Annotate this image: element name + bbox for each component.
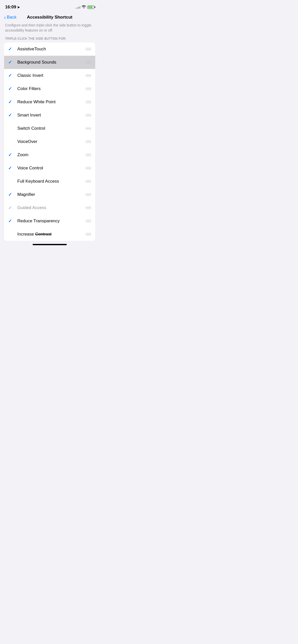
list-item-reduce-white-point[interactable]: ✓Reduce White Point — [4, 95, 95, 109]
item-label-classic-invert: Classic Invert — [17, 73, 84, 78]
list-item-switch-control[interactable]: Switch Control — [4, 122, 95, 135]
item-label-magnifier: Magnifier — [17, 192, 84, 197]
checkmark-color-filters: ✓ — [8, 86, 17, 92]
section-header: TRIPLE-CLICK THE SIDE BUTTON FOR: — [0, 37, 99, 42]
checkmark-reduce-white-point: ✓ — [8, 99, 17, 105]
back-button[interactable]: ‹ Back — [4, 15, 24, 20]
list-item-guided-access[interactable]: ✓Guided Access — [4, 201, 95, 214]
nav-bar: ‹ Back Accessibility Shortcut — [0, 13, 99, 23]
list-item-voice-control[interactable]: ✓Voice Control — [4, 162, 95, 175]
checkmark-reduce-transparency: ✓ — [8, 218, 17, 224]
description-text: Configure and then triple-click the side… — [0, 23, 99, 37]
item-label-switch-control: Switch Control — [17, 126, 84, 131]
drag-handle-full-keyboard-access[interactable] — [84, 180, 91, 183]
drag-handle-reduce-transparency[interactable] — [84, 220, 91, 223]
signal-icon — [76, 6, 80, 9]
home-indicator — [33, 244, 67, 245]
status-bar: 16:09 ➤ ⚡ — [0, 0, 99, 13]
checkmark-magnifier: ✓ — [8, 192, 17, 197]
item-label-voiceover: VoiceOver — [17, 139, 84, 144]
drag-handle-reduce-white-point[interactable] — [84, 101, 91, 104]
item-label-reduce-white-point: Reduce White Point — [17, 99, 84, 105]
checkmark-zoom: ✓ — [8, 152, 17, 158]
back-label: Back — [7, 15, 17, 20]
list-item-reduce-transparency[interactable]: ✓Reduce Transparency — [4, 214, 95, 228]
checkmark-background-sounds: ✓ — [8, 60, 17, 65]
list-item-increase-contrast[interactable]: Increase Contrast — [4, 228, 95, 241]
item-label-reduce-transparency: Reduce Transparency — [17, 218, 84, 224]
drag-handle-voiceover[interactable] — [84, 140, 91, 143]
location-icon: ➤ — [17, 5, 20, 9]
list-item-color-filters[interactable]: ✓Color Filters — [4, 82, 95, 95]
drag-handle-guided-access[interactable] — [84, 207, 91, 209]
list-item-magnifier[interactable]: ✓Magnifier — [4, 188, 95, 201]
checkmark-classic-invert: ✓ — [8, 73, 17, 78]
status-icons: ⚡ — [76, 5, 94, 9]
drag-handle-background-sounds[interactable] — [84, 61, 91, 64]
list-item-smart-invert[interactable]: ✓Smart Invert — [4, 109, 95, 122]
item-label-background-sounds: Background Sounds — [17, 60, 84, 65]
item-label-color-filters: Color Filters — [17, 86, 84, 91]
list-item-full-keyboard-access[interactable]: Full Keyboard Access — [4, 175, 95, 188]
wifi-icon — [82, 5, 86, 9]
item-label-assistivetouch: AssistiveTouch — [17, 47, 84, 52]
checkmark-guided-access: ✓ — [8, 205, 17, 211]
drag-handle-classic-invert[interactable] — [84, 74, 91, 77]
item-label-full-keyboard-access: Full Keyboard Access — [17, 179, 84, 184]
battery-icon: ⚡ — [87, 6, 94, 9]
drag-handle-switch-control[interactable] — [84, 127, 91, 130]
item-label-guided-access: Guided Access — [17, 205, 84, 210]
back-chevron-icon: ‹ — [4, 15, 6, 20]
item-label-smart-invert: Smart Invert — [17, 113, 84, 118]
checkmark-voice-control: ✓ — [8, 165, 17, 171]
item-label-zoom: Zoom — [17, 152, 84, 157]
drag-handle-zoom[interactable] — [84, 154, 91, 156]
list-item-classic-invert[interactable]: ✓Classic Invert — [4, 69, 95, 82]
item-label-increase-contrast: Increase Contrast — [17, 232, 84, 237]
item-label-voice-control: Voice Control — [17, 166, 84, 171]
accessibility-list: ✓AssistiveTouch✓Background Sounds✓Classi… — [4, 42, 95, 241]
drag-handle-smart-invert[interactable] — [84, 114, 91, 117]
drag-handle-increase-contrast[interactable] — [84, 233, 91, 236]
drag-handle-color-filters[interactable] — [84, 87, 91, 90]
checkmark-assistivetouch: ✓ — [8, 46, 17, 52]
drag-handle-assistivetouch[interactable] — [84, 48, 91, 51]
list-item-background-sounds[interactable]: ✓Background Sounds — [4, 56, 95, 69]
drag-handle-voice-control[interactable] — [84, 167, 91, 170]
list-item-zoom[interactable]: ✓Zoom — [4, 148, 95, 162]
status-time: 16:09 ➤ — [5, 5, 20, 10]
page-title: Accessibility Shortcut — [24, 15, 75, 20]
checkmark-smart-invert: ✓ — [8, 112, 17, 118]
drag-handle-magnifier[interactable] — [84, 193, 91, 196]
list-item-assistivetouch[interactable]: ✓AssistiveTouch — [4, 42, 95, 56]
list-item-voiceover[interactable]: VoiceOver — [4, 135, 95, 148]
